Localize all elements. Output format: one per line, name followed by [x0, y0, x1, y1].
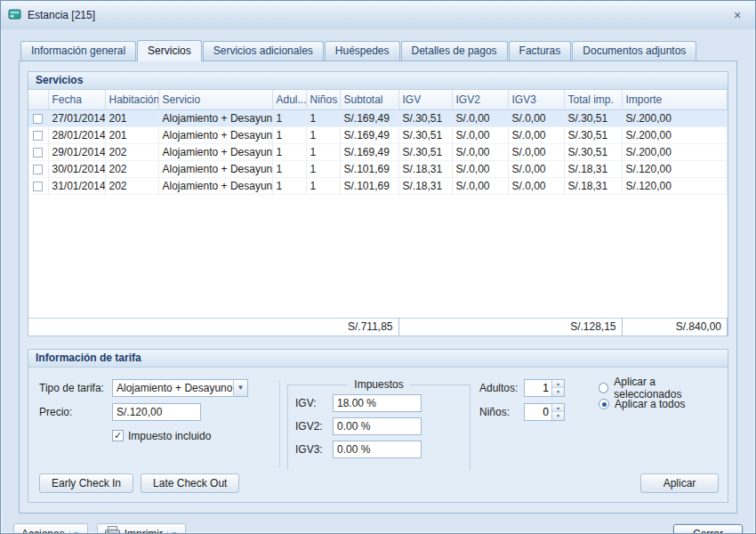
tipo-tarifa-combo[interactable]: Alojamiento + Desayuno ▼	[112, 379, 248, 397]
radio-todos-label: Aplicar a todos	[615, 398, 685, 410]
table-cell: S/.30,51	[398, 109, 452, 126]
precio-label: Precio:	[39, 406, 112, 418]
row-checkbox[interactable]	[33, 182, 43, 191]
column-header[interactable]: IGV	[398, 90, 452, 109]
table-cell: S/.30,51	[564, 126, 622, 143]
ninos-stepper[interactable]: ▲ ▼	[524, 403, 565, 421]
footer-bar: Acciones ▼ Imprimir ▼ Cerrar	[1, 514, 755, 534]
tab-detalles-de-pagos[interactable]: Detalles de pagos	[401, 41, 508, 61]
spin-down-icon[interactable]: ▼	[552, 388, 564, 396]
tarifa-body: Tipo de tarifa: Alojamiento + Desayuno ▼…	[28, 368, 728, 473]
table-header-row: FechaHabitaciónServicioAdul...NiñosSubto…	[28, 90, 728, 109]
table-cell: S/.30,51	[398, 126, 452, 143]
table-row[interactable]: 29/01/2014202Alojamiento + Desayuno11S/.…	[28, 143, 728, 160]
table-cell: S/.0,00	[508, 177, 564, 194]
table-cell: 1	[272, 143, 306, 160]
tab-hu-spedes[interactable]: Huéspedes	[325, 41, 400, 61]
early-check-in-button[interactable]: Early Check In	[39, 473, 133, 493]
igv-input[interactable]	[333, 394, 422, 412]
table-cell: S/.0,00	[452, 109, 508, 126]
row-checkbox[interactable]	[33, 148, 43, 158]
spin-down-icon[interactable]: ▼	[552, 412, 564, 420]
table-cell: S/.30,51	[398, 143, 452, 160]
acciones-button[interactable]: Acciones ▼	[13, 523, 88, 534]
column-header[interactable]: Niños	[306, 90, 340, 109]
column-header[interactable]: Habitación	[105, 90, 158, 109]
cerrar-button[interactable]: Cerrar	[673, 524, 743, 534]
igv2-label: IGV2:	[295, 420, 333, 433]
table-cell: Alojamiento + Desayuno	[158, 109, 272, 126]
table-cell: 1	[272, 109, 306, 126]
table-cell: S/.120,00	[622, 160, 728, 177]
column-header[interactable]: Fecha	[48, 90, 105, 109]
spin-up-icon[interactable]: ▲	[552, 404, 564, 413]
tab-informaci-n-general[interactable]: Información general	[20, 41, 136, 61]
tipo-tarifa-value: Alojamiento + Desayuno	[113, 382, 233, 394]
igv3-input[interactable]	[333, 441, 422, 458]
late-check-out-button[interactable]: Late Check Out	[141, 473, 239, 493]
table-cell: 201	[105, 126, 158, 143]
titlebar[interactable]: Estancia [215] ×	[1, 1, 755, 29]
adultos-stepper[interactable]: ▲ ▼	[524, 379, 565, 397]
tab-servicios[interactable]: Servicios	[137, 40, 202, 61]
spin-up-icon[interactable]: ▲	[552, 380, 564, 389]
table-cell: 31/01/2014	[48, 177, 105, 194]
precio-input[interactable]	[112, 403, 201, 421]
table-cell: S/.120,00	[622, 177, 728, 194]
column-header[interactable]: IGV2	[452, 90, 508, 109]
row-checkbox[interactable]	[33, 165, 43, 174]
radio-icon[interactable]	[599, 383, 608, 393]
close-icon[interactable]: ×	[728, 8, 746, 22]
adultos-input[interactable]	[525, 380, 551, 396]
table-cell: S/.169,49	[340, 143, 398, 160]
ninos-input[interactable]	[525, 404, 551, 420]
column-header[interactable]: Importe	[622, 90, 728, 109]
column-header[interactable]: IGV3	[508, 90, 564, 109]
chevron-down-icon[interactable]: ▼	[167, 530, 178, 534]
table-cell: 1	[306, 160, 340, 177]
table-cell: S/.30,51	[564, 109, 622, 126]
adultos-label: Adultos:	[479, 382, 524, 394]
radio-icon-checked[interactable]	[599, 399, 609, 409]
table-row[interactable]: 30/01/2014202Alojamiento + Desayuno11S/.…	[28, 160, 728, 177]
total-empty-cell	[28, 318, 48, 336]
row-checkbox-cell	[28, 109, 48, 126]
row-checkbox-cell	[28, 126, 48, 143]
column-header[interactable]	[28, 90, 48, 109]
igv2-input[interactable]	[333, 417, 422, 435]
total-empty-cell	[452, 318, 508, 336]
column-header[interactable]: Servicio	[158, 90, 272, 109]
impuesto-incluido-checkbox[interactable]: ✓	[112, 430, 124, 441]
tab-servicios-adicionales[interactable]: Servicios adicionales	[203, 41, 324, 61]
table-cell: S/.0,00	[508, 160, 564, 177]
imprimir-button[interactable]: Imprimir ▼	[97, 523, 186, 534]
table-row[interactable]: 31/01/2014202Alojamiento + Desayuno11S/.…	[28, 177, 728, 194]
impuestos-frame: Impuestos IGV: IGV2: IGV3:	[287, 384, 470, 470]
row-checkbox-cell	[28, 160, 48, 177]
aplicar-button[interactable]: Aplicar	[640, 473, 719, 493]
column-header[interactable]: Subtotal	[340, 90, 398, 109]
radio-aplicar-seleccionados[interactable]: Aplicar a seleccionados	[599, 380, 719, 396]
table-row[interactable]: 28/01/2014201Alojamiento + Desayuno11S/.…	[28, 126, 728, 143]
services-group-title: Servicios	[28, 72, 728, 90]
table-cell: 30/01/2014	[48, 160, 105, 177]
table-cell: S/.200,00	[622, 109, 728, 126]
total-value-cell: S/.840,00	[622, 318, 728, 336]
column-header[interactable]: Total imp.	[564, 90, 622, 109]
chevron-down-icon[interactable]: ▼	[69, 530, 80, 534]
tarifa-left-column: Tipo de tarifa: Alojamiento + Desayuno ▼…	[39, 378, 272, 470]
row-checkbox[interactable]	[33, 114, 43, 124]
row-checkbox[interactable]	[33, 131, 43, 141]
table-cell: S/.169,49	[340, 109, 398, 126]
tarifa-buttons-row: Early Check In Late Check Out Aplicar	[28, 473, 728, 502]
column-header[interactable]: Adul...	[272, 90, 306, 109]
tab-documentos-adjuntos[interactable]: Documentos adjuntos	[572, 41, 696, 61]
chevron-down-icon[interactable]: ▼	[233, 380, 247, 396]
impuestos-title: Impuestos	[347, 378, 410, 391]
table-cell: S/.101,69	[340, 160, 398, 177]
table-cell: S/.18,31	[398, 177, 452, 194]
tab-facturas[interactable]: Facturas	[509, 41, 572, 61]
table-row[interactable]: 27/01/2014201Alojamiento + Desayuno11S/.…	[28, 109, 728, 126]
total-empty-cell	[48, 318, 105, 336]
total-empty-cell	[508, 318, 564, 336]
